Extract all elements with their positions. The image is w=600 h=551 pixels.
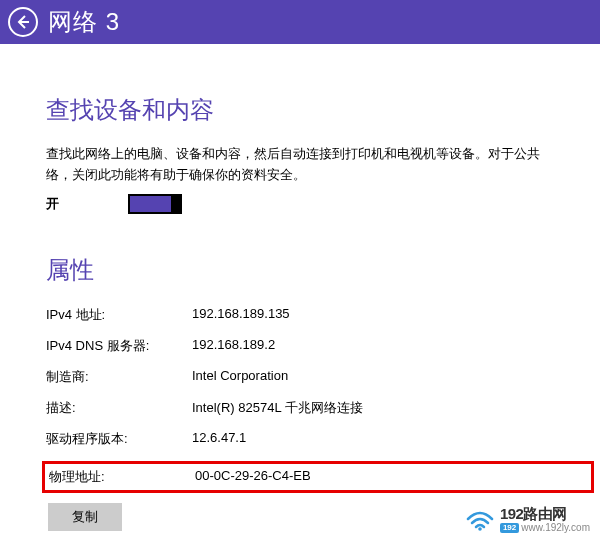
copy-button[interactable]: 复制	[48, 503, 122, 531]
watermark-url: www.192ly.com	[521, 523, 590, 533]
watermark: 192路由网 192 www.192ly.com	[466, 506, 590, 533]
properties-section-title: 属性	[46, 254, 554, 286]
property-row: 描述: Intel(R) 82574L 千兆网络连接	[46, 399, 554, 417]
back-arrow-icon	[15, 14, 31, 30]
watermark-badge: 192	[500, 523, 519, 533]
devices-toggle[interactable]	[128, 194, 182, 214]
toggle-row: 开	[46, 194, 554, 214]
devices-section-title: 查找设备和内容	[46, 94, 554, 126]
highlighted-property-box: 物理地址: 00-0C-29-26-C4-EB	[42, 461, 594, 493]
property-label: 物理地址:	[49, 468, 195, 486]
property-value: 12.6.47.1	[192, 430, 554, 448]
property-label: 制造商:	[46, 368, 192, 386]
property-row: 物理地址: 00-0C-29-26-C4-EB	[49, 468, 589, 486]
property-value: 192.168.189.135	[192, 306, 554, 324]
property-row: 驱动程序版本: 12.6.47.1	[46, 430, 554, 448]
toggle-handle-icon	[171, 194, 182, 214]
watermark-brand: 192路由网	[500, 506, 590, 521]
property-label: IPv4 地址:	[46, 306, 192, 324]
property-label: 驱动程序版本:	[46, 430, 192, 448]
property-row: IPv4 地址: 192.168.189.135	[46, 306, 554, 324]
wifi-icon	[466, 509, 494, 531]
header-bar: 网络 3	[0, 0, 600, 44]
property-value: 00-0C-29-26-C4-EB	[195, 468, 589, 486]
devices-section-desc: 查找此网络上的电脑、设备和内容，然后自动连接到打印机和电视机等设备。对于公共络，…	[46, 144, 554, 186]
property-label: 描述:	[46, 399, 192, 417]
back-button[interactable]	[8, 7, 38, 37]
property-value: 192.168.189.2	[192, 337, 554, 355]
property-row: IPv4 DNS 服务器: 192.168.189.2	[46, 337, 554, 355]
property-value: Intel(R) 82574L 千兆网络连接	[192, 399, 554, 417]
toggle-label: 开	[46, 195, 128, 213]
svg-point-1	[478, 527, 482, 531]
property-value: Intel Corporation	[192, 368, 554, 386]
content-area: 查找设备和内容 查找此网络上的电脑、设备和内容，然后自动连接到打印机和电视机等设…	[0, 44, 600, 551]
page-title: 网络 3	[48, 6, 120, 38]
watermark-text: 192路由网 192 www.192ly.com	[500, 506, 590, 533]
property-label: IPv4 DNS 服务器:	[46, 337, 192, 355]
property-row: 制造商: Intel Corporation	[46, 368, 554, 386]
